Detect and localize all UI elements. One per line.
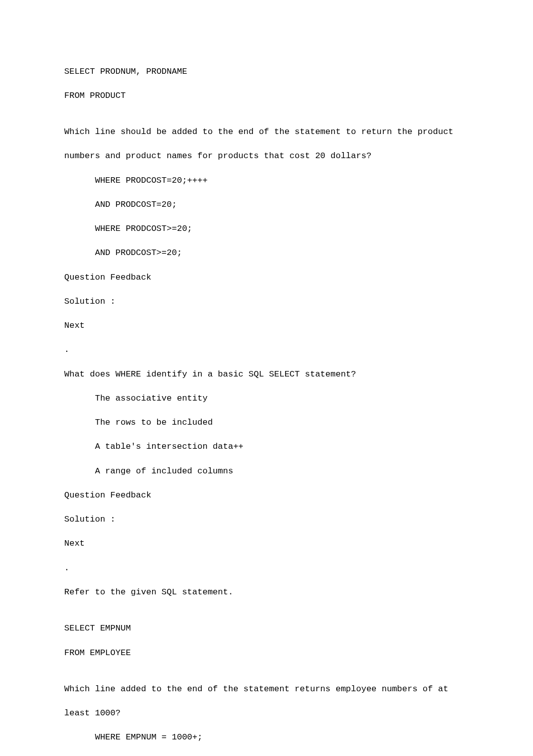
text-line: Refer to the given SQL statement. (0, 586, 533, 598)
text-line: . (0, 344, 533, 356)
text-line: SELECT EMPNUM (0, 622, 533, 635)
answer-option: The associative entity (0, 393, 533, 405)
answer-option: A range of included columns (0, 465, 533, 477)
document-body: SELECT PRODNUM, PRODNAME FROM PRODUCT Wh… (0, 66, 533, 757)
answer-option: WHERE PRODCOST=20;++++ (0, 175, 533, 187)
text-line: Which line should be added to the end of… (0, 126, 533, 138)
option-text: WHERE EMPNUM = 1000+; (95, 732, 202, 742)
answer-option: WHERE PRODCOST>=20; (0, 223, 533, 235)
option-text: WHERE PRODCOST>=20; (95, 224, 192, 233)
option-text: The associative entity (95, 394, 207, 403)
option-text: A range of included columns (95, 466, 233, 476)
text-line: least 1000? (0, 707, 533, 719)
answer-option: WHERE EMPNUM = 1000+; (0, 731, 533, 743)
text-line: Question Feedback (0, 489, 533, 501)
text-line: Next (0, 538, 533, 550)
option-text: WHERE PRODCOST=20;++++ (95, 176, 207, 185)
text-line: SELECT PRODNUM, PRODNAME (0, 66, 533, 78)
option-text: AND PRODCOST>=20; (95, 248, 182, 258)
text-line: What does WHERE identify in a basic SQL … (0, 368, 533, 381)
option-text: A table's intersection data++ (95, 442, 243, 451)
text-line: numbers and product names for products t… (0, 150, 533, 162)
answer-option: AND PRODCOST>=20; (0, 247, 533, 259)
answer-option: AND PRODCOST=20; (0, 199, 533, 211)
text-line: Solution : (0, 514, 533, 526)
text-line: Next (0, 320, 533, 332)
answer-option: A table's intersection data++ (0, 441, 533, 453)
text-line: FROM PRODUCT (0, 90, 533, 102)
text-line: Solution : (0, 296, 533, 308)
text-line: . (0, 562, 533, 574)
text-line: Which line added to the end of the state… (0, 683, 533, 695)
text-line: Question Feedback (0, 272, 533, 284)
option-text: AND PRODCOST=20; (95, 200, 177, 209)
option-text: The rows to be included (95, 418, 213, 427)
text-line: FROM EMPLOYEE (0, 647, 533, 659)
answer-option: The rows to be included (0, 417, 533, 429)
